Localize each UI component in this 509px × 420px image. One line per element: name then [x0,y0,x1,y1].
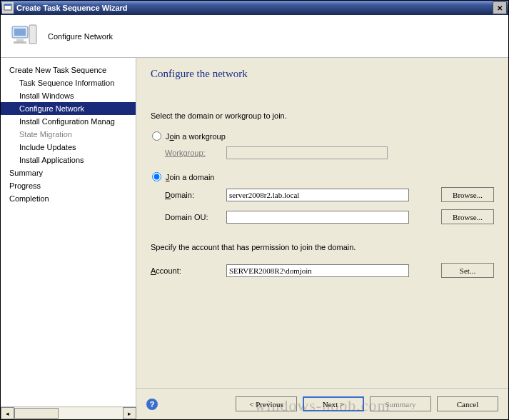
help-icon[interactable]: ? [146,399,158,410]
domain-label: Domain: [165,191,226,199]
join-instruction: Select the domain or workgroup to join. [151,111,494,120]
wizard-steps-sidebar: Create New Task SequenceTask Sequence In… [1,58,136,419]
svg-rect-1 [4,4,11,6]
page-title: Configure the network [151,68,494,80]
sidebar-item-install-configuration-manag[interactable]: Install Configuration Manag [1,115,136,128]
domain-ou-label: Domain OU: [165,213,226,221]
account-label: Account: [151,266,226,275]
join-workgroup-radio[interactable] [152,131,161,141]
domain-input[interactable] [226,189,409,201]
scroll-thumb[interactable] [14,408,59,419]
join-workgroup-option[interactable]: Join a workgroup [151,131,494,141]
account-input[interactable] [226,264,409,277]
domain-ou-input[interactable] [226,211,409,224]
wizard-header: Configure Network [1,15,508,58]
sidebar-item-summary[interactable]: Summary [1,166,136,179]
close-button[interactable]: ✕ [493,1,507,14]
wizard-window: Create Task Sequence Wizard ✕ Configure … [0,0,509,420]
sidebar-item-configure-network[interactable]: Configure Network [1,102,136,115]
sidebar-item-state-migration[interactable]: State Migration [1,128,136,141]
sidebar-item-progress[interactable]: Progress [1,179,136,192]
svg-rect-6 [14,41,26,44]
cancel-button[interactable]: Cancel [437,396,498,411]
domain-browse-button[interactable]: Browse... [441,187,494,202]
domain-ou-field-row: Domain OU: Browse... [165,209,494,224]
workgroup-field-row: Workgroup: [165,146,494,159]
sidebar-item-install-applications[interactable]: Install Applications [1,154,136,166]
main-area: Create New Task SequenceTask Sequence In… [1,58,508,419]
next-button[interactable]: Next > [303,396,364,411]
account-set-button[interactable]: Set... [441,263,494,278]
svg-rect-3 [14,29,26,36]
sidebar-item-task-sequence-information[interactable]: Task Sequence Information [1,76,136,89]
app-icon [2,2,14,14]
sidebar-hscroll[interactable]: ◂ ▸ [1,406,136,419]
wizard-content: Configure the network Select the domain … [136,58,508,419]
scroll-right-button[interactable]: ▸ [123,407,136,419]
wizard-icon [8,21,39,52]
account-field-row: Account: Set... [151,263,494,278]
sidebar-item-create-new-task-sequence[interactable]: Create New Task Sequence [1,64,136,76]
header-label: Configure Network [48,32,113,41]
svg-rect-4 [29,25,36,44]
sidebar-item-completion[interactable]: Completion [1,192,136,205]
previous-button[interactable]: < Previous [236,396,297,411]
svg-rect-5 [16,39,24,41]
titlebar: Create Task Sequence Wizard ✕ [1,1,508,15]
join-domain-radio[interactable] [152,172,161,181]
summary-button: Summary [370,396,431,411]
domain-ou-browse-button[interactable]: Browse... [441,209,494,224]
domain-field-row: Domain: Browse... [165,187,494,202]
sidebar-item-include-updates[interactable]: Include Updates [1,141,136,154]
join-workgroup-label: Join a workgroup [166,132,226,141]
sidebar-item-install-windows[interactable]: Install Windows [1,89,136,102]
join-domain-option[interactable]: Join a domain [151,172,494,181]
workgroup-label: Workgroup: [165,149,226,157]
join-domain-label: Join a domain [166,173,215,181]
scroll-track[interactable] [14,408,123,419]
window-title: Create Task Sequence Wizard [16,4,493,12]
workgroup-input [226,146,388,159]
scroll-left-button[interactable]: ◂ [1,407,14,419]
account-instruction: Specify the account that has permission … [151,243,494,251]
